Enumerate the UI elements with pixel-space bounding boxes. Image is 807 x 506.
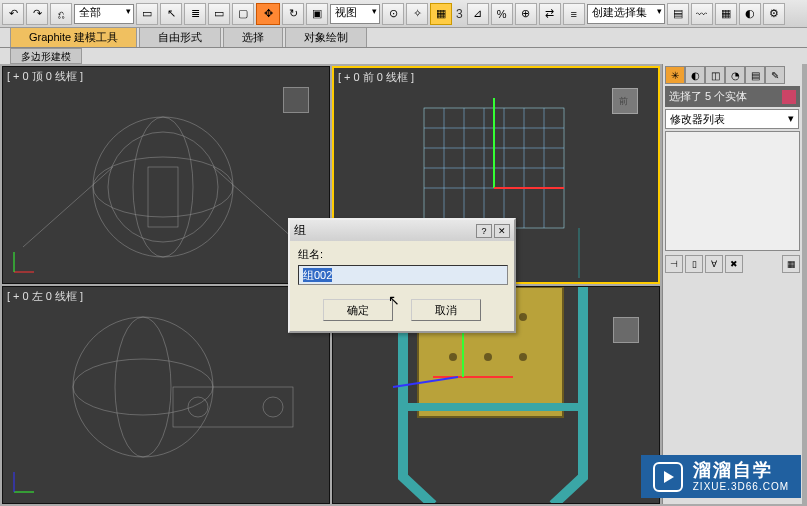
mirror-button[interactable]: ⇄ — [539, 3, 561, 25]
viewport-top-label: [ + 0 顶 0 线框 ] — [7, 69, 83, 84]
watermark-play-icon — [653, 462, 683, 492]
material-button[interactable]: ◐ — [739, 3, 761, 25]
viewport-left-label: [ + 0 左 0 线框 ] — [7, 289, 83, 304]
svg-point-29 — [263, 397, 283, 417]
panel-tab-hierarchy[interactable]: ◫ — [705, 66, 725, 84]
svg-point-39 — [519, 353, 527, 361]
pin-stack-button[interactable]: ⊣ — [665, 255, 683, 273]
command-panel: ✳ ◐ ◫ ◔ ▤ ✎ 选择了 5 个实体 修改器列表 ⊣ ▯ ∀ ✖ ▦ — [662, 64, 802, 504]
panel-tab-display[interactable]: ▤ — [745, 66, 765, 84]
select-region-rect[interactable]: ▭ — [208, 3, 230, 25]
ok-button[interactable]: 确定 — [323, 299, 393, 321]
wireframe-left — [3, 287, 330, 504]
rotate-button[interactable]: ↻ — [282, 3, 304, 25]
layer-button[interactable]: ▤ — [667, 3, 689, 25]
filter-dropdown[interactable]: 全部 — [74, 4, 134, 24]
wireframe-top — [3, 67, 330, 284]
dialog-title-text: 组 — [294, 222, 306, 239]
tab-graphite[interactable]: Graphite 建模工具 — [10, 27, 137, 47]
subtab-poly[interactable]: 多边形建模 — [10, 48, 82, 64]
svg-rect-27 — [173, 387, 293, 427]
group-name-label: 组名: — [298, 247, 506, 262]
modifier-list-dropdown[interactable]: 修改器列表 — [665, 109, 799, 129]
ref-coord-dropdown[interactable]: 视图 — [330, 4, 380, 24]
configure-sets-button[interactable]: ▦ — [782, 255, 800, 273]
align-button[interactable]: ≡ — [563, 3, 585, 25]
cursor-icon: ↖ — [388, 292, 400, 308]
select-arrow-button[interactable]: ↖ — [160, 3, 182, 25]
main-toolbar: ↶ ↷ ⎌ 全部 ▭ ↖ ≣ ▭ ▢ ✥ ↻ ▣ 视图 ⊙ ✧ ▦ 3 ⊿ % … — [0, 0, 807, 28]
schematic-button[interactable]: ▦ — [715, 3, 737, 25]
snap-angle-button[interactable]: ⊿ — [467, 3, 489, 25]
selection-set-dropdown[interactable]: 创建选择集 — [587, 4, 665, 24]
spinner-value: 3 — [454, 7, 465, 21]
svg-marker-43 — [664, 471, 674, 483]
svg-point-3 — [108, 132, 218, 242]
command-panel-tabs: ✳ ◐ ◫ ◔ ▤ ✎ — [665, 66, 800, 84]
svg-point-1 — [93, 157, 233, 217]
watermark-url: ZIXUE.3D66.COM — [693, 481, 789, 492]
ribbon-subtabs: 多边形建模 — [0, 48, 807, 64]
panel-tab-utilities[interactable]: ✎ — [765, 66, 785, 84]
svg-line-4 — [23, 167, 113, 247]
make-unique-button[interactable]: ∀ — [705, 255, 723, 273]
watermark: 溜溜自学 ZIXUE.3D66.COM — [641, 455, 801, 498]
svg-point-37 — [449, 353, 457, 361]
panel-tab-create[interactable]: ✳ — [665, 66, 685, 84]
remove-modifier-button[interactable]: ✖ — [725, 255, 743, 273]
tab-select[interactable]: 选择 — [223, 27, 283, 47]
group-dialog: 组 ? ✕ 组名: 组002 确定 取消 — [288, 218, 516, 333]
viewport-left[interactable]: [ + 0 左 0 线框 ] — [2, 286, 330, 504]
panel-tab-modify[interactable]: ◐ — [685, 66, 705, 84]
ribbon-tabbar: Graphite 建模工具 自由形式 选择 对象绘制 — [0, 28, 807, 48]
axis-gizmo-left — [9, 467, 39, 497]
viewport-front-label: [ + 0 前 0 线框 ] — [338, 70, 414, 85]
group-name-input[interactable]: 组002 — [298, 265, 508, 285]
select-name-button[interactable]: ≣ — [184, 3, 206, 25]
svg-point-2 — [133, 117, 193, 257]
dialog-titlebar[interactable]: 组 ? ✕ — [290, 220, 514, 241]
scale-button[interactable]: ▣ — [306, 3, 328, 25]
svg-point-28 — [188, 397, 208, 417]
snap-toggle[interactable]: ▦ — [430, 3, 452, 25]
axis-gizmo-top — [9, 247, 39, 277]
link-button[interactable]: ⎌ — [50, 3, 72, 25]
selection-status-text: 选择了 5 个实体 — [669, 89, 747, 104]
svg-rect-6 — [148, 167, 178, 227]
svg-point-38 — [484, 353, 492, 361]
render-setup-button[interactable]: ⚙ — [763, 3, 785, 25]
viewport-top[interactable]: [ + 0 顶 0 线框 ] — [2, 66, 330, 284]
modifier-stack-toolbar: ⊣ ▯ ∀ ✖ ▦ — [665, 255, 800, 273]
snap-percent-button[interactable]: % — [491, 3, 513, 25]
select-button[interactable]: ▭ — [136, 3, 158, 25]
svg-point-0 — [93, 117, 233, 257]
object-color-swatch[interactable] — [782, 90, 796, 104]
select-region-window[interactable]: ▢ — [232, 3, 254, 25]
tab-object-paint[interactable]: 对象绘制 — [285, 27, 367, 47]
show-end-result-button[interactable]: ▯ — [685, 255, 703, 273]
selection-status: 选择了 5 个实体 — [665, 86, 800, 107]
manipulate-button[interactable]: ✧ — [406, 3, 428, 25]
dialog-close-button[interactable]: ✕ — [494, 224, 510, 238]
svg-point-26 — [115, 317, 171, 457]
group-name-value: 组002 — [303, 268, 332, 282]
cancel-button[interactable]: 取消 — [411, 299, 481, 321]
svg-point-36 — [519, 313, 527, 321]
snap-spinner-button[interactable]: ⊕ — [515, 3, 537, 25]
watermark-title: 溜溜自学 — [693, 461, 789, 481]
dialog-help-button[interactable]: ? — [476, 224, 492, 238]
panel-tab-motion[interactable]: ◔ — [725, 66, 745, 84]
tab-freeform[interactable]: 自由形式 — [139, 27, 221, 47]
curve-editor-button[interactable]: 〰 — [691, 3, 713, 25]
redo-button[interactable]: ↷ — [26, 3, 48, 25]
modifier-stack[interactable] — [665, 131, 800, 251]
use-pivot-button[interactable]: ⊙ — [382, 3, 404, 25]
undo-button[interactable]: ↶ — [2, 3, 24, 25]
move-button[interactable]: ✥ — [256, 3, 280, 25]
